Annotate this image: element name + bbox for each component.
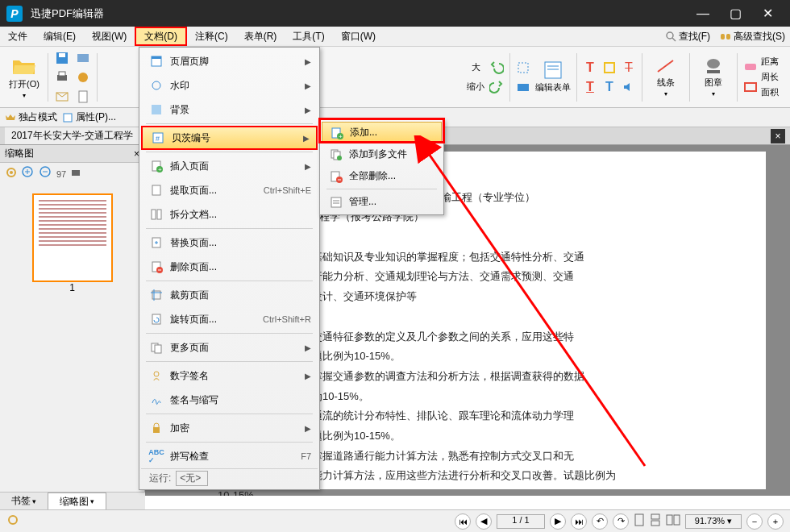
- last-page-button[interactable]: ⏭: [571, 513, 587, 530]
- text-blue-icon[interactable]: T: [601, 79, 618, 95]
- svg-point-10: [78, 73, 88, 82]
- submenu-manage[interactable]: 管理...: [322, 191, 442, 213]
- nav-back-button[interactable]: ↶: [592, 513, 608, 530]
- menu-file[interactable]: 文件: [0, 27, 35, 46]
- page-input[interactable]: 1 / 1: [497, 514, 545, 529]
- menuitem-more-pages[interactable]: 更多页面▶: [141, 335, 318, 360]
- menuitem-signature[interactable]: 签名与缩写: [141, 388, 318, 412]
- layout-cont-icon[interactable]: [650, 513, 661, 529]
- edit-form-button[interactable]: 编辑表单: [534, 50, 572, 105]
- menuitem-delete-page[interactable]: 删除页面...: [141, 255, 318, 279]
- text-tool-icon[interactable]: T: [581, 60, 599, 76]
- find-button[interactable]: 查找(F): [660, 30, 715, 44]
- zoomin-thumb-icon[interactable]: [21, 165, 35, 183]
- attributes-button[interactable]: 属性(P)...: [62, 110, 116, 124]
- menu-edit[interactable]: 编辑(E): [35, 27, 84, 46]
- menuitem-encrypt[interactable]: 加密▶: [141, 416, 318, 440]
- svg-rect-34: [651, 514, 659, 519]
- menuitem-bates-number[interactable]: #贝茨编号▶: [141, 126, 318, 150]
- document-tab[interactable]: 2017年长安大学-交通工程学: [5, 127, 139, 144]
- email-button[interactable]: [52, 89, 72, 105]
- print-button[interactable]: [52, 69, 72, 85]
- perim-label[interactable]: 周长: [761, 71, 785, 83]
- prev-page-button[interactable]: ◀: [476, 513, 492, 530]
- titlebar: P 迅捷PDF编辑器 — ▢ ✕: [0, 0, 790, 27]
- zoom-in-button[interactable]: +: [767, 513, 784, 530]
- run-value[interactable]: <无>: [176, 471, 208, 486]
- nav-fwd-button[interactable]: ↷: [613, 513, 629, 530]
- menuitem-rotate-page[interactable]: 旋转页面...Ctrl+Shift+R: [141, 307, 318, 331]
- lines-button[interactable]: 线条▾: [647, 50, 685, 105]
- menu-comment[interactable]: 注释(C): [187, 27, 236, 46]
- svg-rect-36: [667, 515, 672, 525]
- undo-icon[interactable]: [488, 60, 505, 76]
- zoomout-thumb-icon[interactable]: [39, 165, 53, 183]
- menuitem-background[interactable]: 背景▶: [141, 98, 318, 122]
- svg-rect-14: [545, 62, 561, 78]
- svg-rect-37: [674, 515, 680, 525]
- app-logo: P: [6, 6, 23, 22]
- shape-icon[interactable]: [742, 79, 759, 95]
- svg-rect-69: [331, 197, 341, 207]
- gear-icon[interactable]: [5, 166, 18, 182]
- zoom-in-icon[interactable]: 大: [467, 60, 484, 76]
- zoom-display[interactable]: 91.73% ▾: [685, 514, 742, 529]
- tab-thumbnail[interactable]: 缩略图▾: [48, 493, 106, 509]
- redo-icon[interactable]: [488, 79, 505, 95]
- layout-facing-icon[interactable]: [666, 513, 680, 529]
- stamp-button[interactable]: 图章▾: [694, 50, 733, 105]
- menuitem-spellcheck[interactable]: ABC✓拼写检查F7: [141, 444, 318, 468]
- layout-single-icon[interactable]: [634, 513, 645, 529]
- strike-icon[interactable]: T: [620, 60, 638, 76]
- open-button[interactable]: 打开(O)▾: [5, 50, 44, 105]
- menuitem-insert-page[interactable]: +插入页面▶: [141, 154, 318, 178]
- tab-bookmark[interactable]: 书签▾: [0, 493, 48, 509]
- exclusive-mode-button[interactable]: 独占模式: [5, 110, 57, 124]
- maximize-button[interactable]: ▢: [719, 0, 751, 27]
- menu-tools[interactable]: 工具(T): [285, 27, 332, 46]
- menu-view[interactable]: 视图(W): [84, 27, 135, 46]
- menu-window[interactable]: 窗口(W): [333, 27, 384, 46]
- page-thumbnail[interactable]: 1: [32, 193, 113, 293]
- text-tool2-icon[interactable]: T: [581, 79, 599, 95]
- document-menu-dropdown: 页眉页脚▶ 水印▶ 背景▶ #贝茨编号▶ +插入页面▶ 提取页面...Ctrl+…: [139, 47, 320, 490]
- submenu-add-multi[interactable]: 添加到多文件: [322, 143, 442, 165]
- advanced-find-button[interactable]: 高级查找(S): [715, 30, 790, 44]
- menuitem-extract-page[interactable]: 提取页面...Ctrl+Shift+E: [141, 178, 318, 202]
- eraser-icon[interactable]: [742, 60, 759, 76]
- menuitem-replace-page[interactable]: 替换页面...: [141, 231, 318, 255]
- area-label[interactable]: 面积: [761, 86, 785, 98]
- menuitem-watermark[interactable]: 水印▶: [141, 73, 318, 98]
- menuitem-split-doc[interactable]: 拆分文档...: [141, 202, 318, 227]
- open-label: 打开(O): [9, 78, 40, 90]
- tab-close-button[interactable]: ×: [771, 129, 785, 143]
- sound-icon[interactable]: [620, 79, 638, 95]
- options-icon[interactable]: [6, 513, 19, 529]
- scan-button[interactable]: [73, 50, 93, 66]
- submenu-delete-all[interactable]: 全部删除...: [322, 165, 442, 187]
- menuitem-header-footer[interactable]: 页眉页脚▶: [141, 49, 318, 73]
- dist-label[interactable]: 距离: [761, 56, 785, 68]
- menu-form[interactable]: 表单(R): [236, 27, 285, 46]
- thumb-print-icon[interactable]: [69, 166, 82, 182]
- first-page-button[interactable]: ⏮: [455, 513, 471, 530]
- menu-document[interactable]: 文档(D): [135, 27, 187, 46]
- find-label: 查找(F): [679, 30, 710, 44]
- tool-b-button[interactable]: [73, 89, 93, 105]
- next-page-button[interactable]: ▶: [550, 513, 566, 530]
- svg-rect-3: [726, 34, 730, 39]
- zoom-out-icon[interactable]: 缩小: [467, 79, 484, 95]
- snapshot-icon[interactable]: [514, 79, 532, 95]
- save-button[interactable]: [52, 50, 72, 66]
- menuitem-digital-sign[interactable]: 数字签名▶: [141, 364, 318, 388]
- close-button[interactable]: ✕: [751, 0, 784, 27]
- menuitem-crop-page[interactable]: 裁剪页面: [141, 283, 318, 307]
- minimize-button[interactable]: —: [687, 0, 719, 27]
- svg-rect-12: [518, 63, 528, 73]
- tool-a-button[interactable]: [73, 69, 93, 85]
- highlight-icon[interactable]: [601, 60, 618, 76]
- svg-text:+: +: [158, 166, 162, 172]
- submenu-add[interactable]: +添加...: [322, 122, 442, 143]
- zoom-out-button[interactable]: −: [746, 513, 763, 530]
- select-icon[interactable]: [514, 60, 532, 76]
